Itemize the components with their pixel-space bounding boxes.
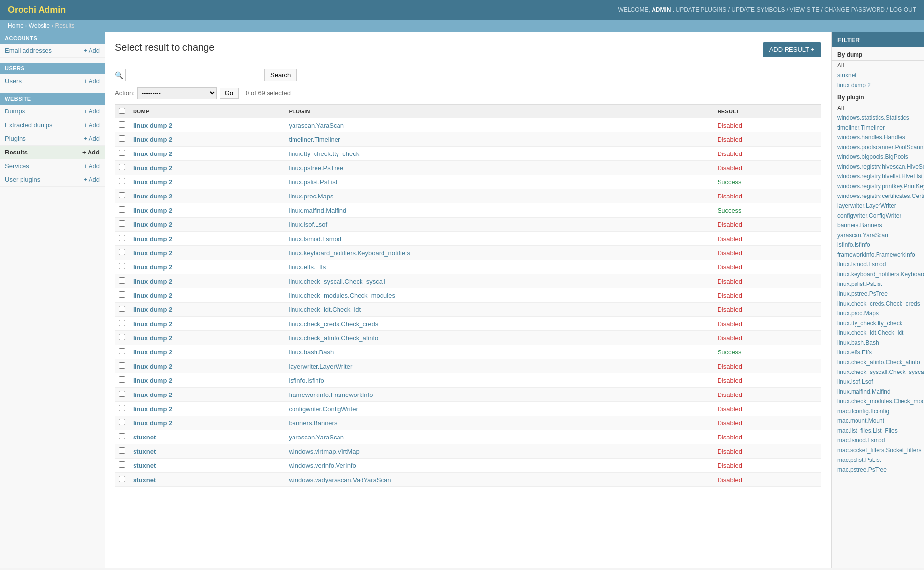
row-checkbox[interactable] [119,150,125,156]
filter-item[interactable]: mac.mount.Mount [832,416,924,426]
plugin-link[interactable]: linux.pslist.PsList [289,178,337,186]
filter-item[interactable]: linux.keyboard_notifiers.Keyboard_... [832,269,924,279]
dump-link[interactable]: linux dump 2 [133,419,172,427]
filter-item[interactable]: linux.check_creds.Check_creds [832,299,924,308]
sidebar-link-results[interactable]: Results [5,149,28,156]
filter-item[interactable]: windows.registry.certificates.Certi... [832,191,924,201]
filter-item[interactable]: mac.socket_filters.Socket_filters [832,445,924,455]
filter-item[interactable]: mac.list_files.List_Files [832,426,924,436]
sidebar-link-users[interactable]: Users [5,77,22,85]
filter-item[interactable]: windows.registry.printkey.PrintKey [832,181,924,191]
filter-item[interactable]: All [832,103,924,113]
filter-item[interactable]: linux.lsof.Lsof [832,377,924,387]
filter-item[interactable]: linux.bash.Bash [832,338,924,348]
dump-link[interactable]: linux dump 2 [133,207,172,214]
row-checkbox[interactable] [119,178,125,184]
filter-item[interactable]: banners.Banners [832,220,924,230]
plugin-link[interactable]: linux.check_modules.Check_modules [289,292,395,299]
row-checkbox[interactable] [119,391,125,397]
dump-link[interactable]: linux dump 2 [133,391,172,398]
change-password-link[interactable]: CHANGE PASSWORD [824,6,885,13]
filter-item[interactable]: linux.check_afinfo.Check_afinfo [832,357,924,367]
sidebar-add-dumps[interactable]: + Add [83,108,100,115]
row-checkbox[interactable] [119,192,125,198]
plugin-link[interactable]: yarascan.YaraScan [289,434,344,441]
sidebar-add-user-plugins[interactable]: + Add [83,176,100,183]
filter-item[interactable]: linux.check_syscall.Check_syscall [832,367,924,377]
breadcrumb-home[interactable]: Home [8,22,23,29]
search-button[interactable]: Search [264,69,297,81]
plugin-link[interactable]: windows.verinfo.VerInfo [289,462,356,469]
filter-item[interactable]: mac.lsmod.Lsmod [832,436,924,445]
plugin-link[interactable]: windows.vadyarascan.VadYaraScan [289,476,391,483]
plugin-link[interactable]: isfinfo.Isfinfo [289,377,324,384]
row-checkbox[interactable] [119,263,125,269]
filter-item[interactable]: frameworkinfo.FrameworkInfo [832,250,924,260]
filter-item[interactable]: All [832,61,924,70]
plugin-link[interactable]: linux.lsof.Lsof [289,221,327,228]
action-select[interactable]: --------- Delete selected results [137,87,217,99]
row-checkbox[interactable] [119,447,125,454]
dump-link[interactable]: linux dump 2 [133,136,172,143]
plugin-link[interactable]: linux.pstree.PsTree [289,164,343,172]
dump-link[interactable]: linux dump 2 [133,150,172,157]
filter-item[interactable]: linux.malfind.Malfind [832,387,924,396]
dump-link[interactable]: linux dump 2 [133,306,172,313]
update-plugins-link[interactable]: UPDATE PLUGINS [676,6,726,13]
dump-link[interactable]: linux dump 2 [133,249,172,257]
filter-item[interactable]: windows.registry.hivelist.HiveList [832,172,924,181]
plugin-link[interactable]: linux.bash.Bash [289,349,334,356]
filter-item[interactable]: linux.proc.Maps [832,308,924,318]
filter-item[interactable]: mac.ifconfig.Ifconfig [832,406,924,416]
plugin-link[interactable]: windows.virtmap.VirtMap [289,448,359,455]
plugin-link[interactable]: frameworkinfo.FrameworkInfo [289,391,373,398]
view-site-link[interactable]: VIEW SITE [789,6,819,13]
row-checkbox[interactable] [119,220,125,227]
dump-link[interactable]: stuxnet [133,462,156,469]
add-result-button[interactable]: ADD RESULT + [763,42,821,57]
plugin-link[interactable]: linux.keyboard_notifiers.Keyboard_notifi… [289,249,410,257]
sidebar-link-dumps[interactable]: Dumps [5,108,25,115]
filter-item[interactable]: isfinfo.Isfinfo [832,240,924,250]
search-input[interactable] [125,69,262,81]
plugin-link[interactable]: timeliner.Timeliner [289,136,340,143]
dump-link[interactable]: linux dump 2 [133,363,172,370]
dump-link[interactable]: linux dump 2 [133,377,172,384]
row-checkbox[interactable] [119,206,125,213]
filter-item[interactable]: linux.tty_check.tty_check [832,318,924,328]
plugin-link[interactable]: configwriter.ConfigWriter [289,405,358,413]
plugin-link[interactable]: layerwriter.LayerWriter [289,363,352,370]
filter-item[interactable]: windows.bigpools.BigPools [832,152,924,162]
table-header-plugin[interactable]: PLUGIN [285,105,713,118]
row-checkbox[interactable] [119,291,125,298]
dump-link[interactable]: linux dump 2 [133,349,172,356]
breadcrumb-website[interactable]: Website [29,22,50,29]
sidebar-link-plugins[interactable]: Plugins [5,135,26,142]
sidebar-add-results[interactable]: + Add [82,149,100,156]
row-checkbox[interactable] [119,135,125,142]
filter-item[interactable]: linux.check_modules.Check_modu... [832,396,924,406]
site-logo[interactable]: Orochi Admin [8,5,66,15]
go-button[interactable]: Go [220,88,239,99]
dump-link[interactable]: linux dump 2 [133,278,172,285]
filter-item[interactable]: configwriter.ConfigWriter [832,211,924,220]
row-checkbox[interactable] [119,121,125,128]
filter-item[interactable]: windows.registry.hivescan.HiveScan [832,162,924,172]
filter-item[interactable]: windows.poolscanner.PoolScanner [832,142,924,152]
plugin-link[interactable]: linux.check_afinfo.Check_afinfo [289,334,378,342]
sidebar-add-plugins[interactable]: + Add [83,135,100,142]
filter-item[interactable]: linux.lsmod.Lsmod [832,260,924,269]
filter-item[interactable]: linux.check_idt.Check_idt [832,328,924,338]
row-checkbox[interactable] [119,306,125,312]
plugin-link[interactable]: linux.proc.Maps [289,193,333,200]
filter-item[interactable]: yarascan.YaraScan [832,230,924,240]
plugin-link[interactable]: banners.Banners [289,419,337,427]
dump-link[interactable]: linux dump 2 [133,178,172,186]
row-checkbox[interactable] [119,348,125,354]
row-checkbox[interactable] [119,419,125,425]
dump-link[interactable]: linux dump 2 [133,263,172,271]
filter-item[interactable]: mac.pslist.PsList [832,455,924,465]
dump-link[interactable]: linux dump 2 [133,405,172,413]
log-out-link[interactable]: LOG OUT [890,6,916,13]
sidebar-add-extracted-dumps[interactable]: + Add [83,121,100,129]
